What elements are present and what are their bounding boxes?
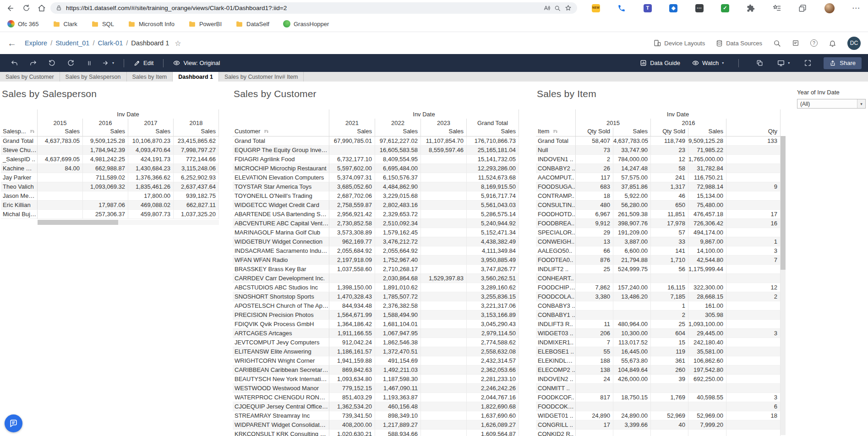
sheet-tab-sales-by-salesperson[interactable]: Sales by Salesperson [60,72,127,82]
value-cell[interactable]: 9 [726,182,781,191]
value-cell[interactable]: 138 [576,365,613,375]
value-cell[interactable]: 29,445.00 [688,329,726,338]
fullscreen-button[interactable] [800,57,815,70]
value-cell[interactable] [613,430,651,436]
value-cell[interactable]: 4,637,699.05 [38,155,83,164]
value-cell[interactable] [421,246,467,256]
value-cell[interactable]: 72,988.14 [688,182,726,191]
value-cell[interactable] [421,311,467,320]
measure-header[interactable]: Sales [613,128,651,136]
value-cell[interactable]: 2,687,702.06 [329,191,375,201]
row-label-cell[interactable]: WRIGHTCORN Wright Corner [233,356,329,365]
value-cell[interactable]: 9,867.00 [688,237,726,246]
value-cell[interactable]: 1,093,069.32 [83,182,128,191]
value-cell[interactable] [726,146,781,155]
collections-icon[interactable] [798,4,807,12]
value-cell[interactable] [726,320,781,329]
value-cell[interactable]: 604 [651,329,688,338]
value-cell[interactable] [651,402,688,411]
value-cell[interactable]: 3,747,826.77 [467,265,519,274]
value-cell[interactable] [726,420,781,430]
add-favorite-star-icon[interactable] [565,5,572,11]
value-cell[interactable]: 6 [726,402,781,411]
row-label-cell[interactable]: INDOVEN1 .. [536,155,576,164]
row-label-cell[interactable]: Jason Mend... [1,191,38,201]
row-label-cell[interactable]: CONBABY1 .. [536,311,576,320]
measure-header[interactable]: Sales [688,128,726,136]
value-cell[interactable]: 2,197,918.09 [329,256,375,265]
settings-menu-icon[interactable]: ⋯ [852,4,860,12]
row-label-cell[interactable]: ABARTENDE USA Bartending School [233,210,329,219]
value-cell[interactable]: 8,559,597.46 [421,146,467,155]
value-cell[interactable]: 40,598.55 [688,393,726,402]
value-cell[interactable]: 1,564,671.99 [329,311,375,320]
data-sources-button[interactable]: Data Sources [716,40,762,47]
row-label-cell[interactable]: INDLIFT2 .. [536,265,576,274]
value-cell[interactable] [726,375,781,384]
value-cell[interactable]: 2,055,664.92 [375,246,421,256]
value-cell[interactable] [83,191,128,201]
value-cell[interactable]: 1,752,967.40 [375,256,421,265]
bookmark-dataself[interactable]: DataSelf [235,20,269,28]
value-cell[interactable]: 29 [576,228,613,237]
value-cell[interactable]: 67,990,785.01 [329,136,375,146]
year-header[interactable]: 2023 [421,119,467,128]
value-cell[interactable]: 779,152.15 [329,384,375,393]
value-cell[interactable]: 2,510,092.34 [375,219,421,228]
row-label-cell[interactable]: ELITEANSW Elite Answering [233,347,329,356]
value-cell[interactable]: 5,374,097.31 [329,173,375,182]
value-cell[interactable]: 2,710,268.17 [375,265,421,274]
watch-button[interactable]: Watch▾ [690,57,726,70]
new-badge-extension-icon[interactable]: NEW [592,4,600,12]
value-cell[interactable]: 5,922.00 [613,191,651,201]
value-cell[interactable]: 1,785,507.72 [375,292,421,301]
breadcrumb-workbook[interactable]: Clark-01 [98,39,123,47]
value-cell[interactable]: 2,802,483.16 [375,201,421,210]
value-cell[interactable]: 23,415,865.62 [174,136,219,146]
value-cell[interactable]: 106,862.60 [688,356,726,365]
row-label-cell[interactable]: ABCVENTURE ABC Capital Ventures [233,219,329,228]
row-label-cell[interactable]: ABCSTUDIOS ABC Studios Inc [233,283,329,292]
row-label-cell[interactable]: CONWEIGH.. [536,237,576,246]
row-label-cell[interactable]: CARIBBEAN Caribbean Secretary Online [233,365,329,375]
value-cell[interactable]: 117 [576,173,613,182]
device-layouts-button[interactable]: Device Layouts [654,39,705,47]
value-cell[interactable]: 2,044,767.16 [467,393,519,402]
edit-button[interactable]: Edit [132,57,155,70]
row-label-cell[interactable]: FOODCOKD.. [536,402,576,411]
value-cell[interactable]: 1,941,159.88 [329,356,375,365]
row-label-cell[interactable]: FDIQVIK Qvik Process GmbH [233,320,329,329]
value-cell[interactable]: 206 [576,329,613,338]
value-cell[interactable]: 398,907.76 [613,219,651,228]
value-cell[interactable]: 3,560,262.51 [467,274,519,283]
value-cell[interactable] [421,402,467,411]
row-label-cell[interactable]: JEVTCOMPUT Jevy Computers [233,338,329,347]
value-cell[interactable]: 726,306.42 [688,219,726,228]
value-cell[interactable]: 56,280.00 [613,201,651,210]
value-cell[interactable]: 55 [576,347,613,356]
measure-header[interactable]: Sales [83,128,128,136]
bookmark-clark[interactable]: Clark [53,20,77,28]
row-label-cell[interactable]: CJOEQUIP Jersey Central Office Equip [233,402,329,411]
value-cell[interactable] [421,329,467,338]
value-cell[interactable]: 8,409,554.95 [375,155,421,164]
row-label-cell[interactable]: BRASSKEY Brass Key Bar [233,265,329,274]
undo-button[interactable] [6,57,22,70]
value-cell[interactable] [613,311,651,320]
value-cell[interactable]: 2,758,559.87 [329,201,375,210]
row-label-cell[interactable]: SPECIALOR.. [536,228,576,237]
value-cell[interactable] [421,182,467,191]
value-cell[interactable]: 424,191.73 [128,155,174,164]
row-label-cell[interactable]: AALEGO50.. [536,246,576,256]
value-cell[interactable]: 9,509,125.28 [688,136,726,146]
value-cell[interactable]: 1 [651,301,688,311]
value-cell[interactable]: 898,349.10 [375,411,421,420]
value-cell[interactable] [421,365,467,375]
value-cell[interactable] [421,320,467,329]
value-cell[interactable]: 46 [651,191,688,201]
value-cell[interactable] [613,402,651,411]
value-cell[interactable]: 37,851.86 [613,182,651,191]
value-cell[interactable]: 11,524,673.68 [467,173,519,182]
value-cell[interactable]: 17,800.00 [128,191,174,201]
value-cell[interactable]: 962,169.77 [329,237,375,246]
